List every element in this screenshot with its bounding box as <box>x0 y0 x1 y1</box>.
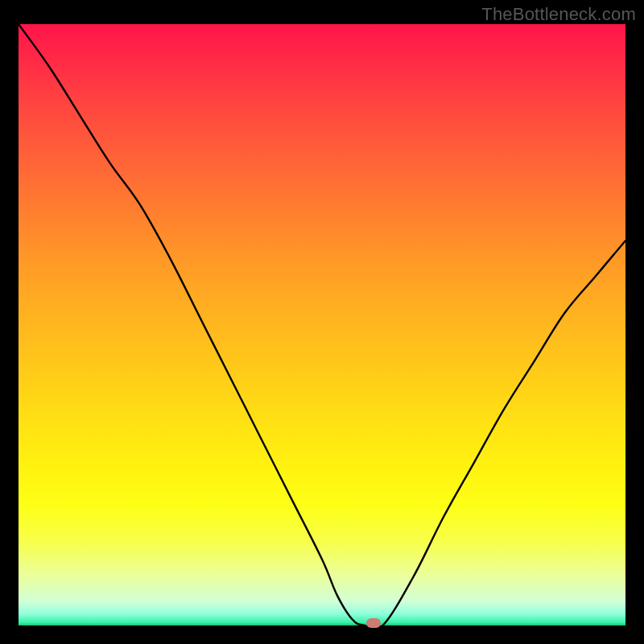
chart-frame: TheBottleneck.com <box>0 0 644 644</box>
optimal-point-marker <box>366 618 381 628</box>
bottleneck-curve <box>19 24 625 625</box>
plot-outer <box>19 24 625 625</box>
watermark-text: TheBottleneck.com <box>481 4 636 25</box>
